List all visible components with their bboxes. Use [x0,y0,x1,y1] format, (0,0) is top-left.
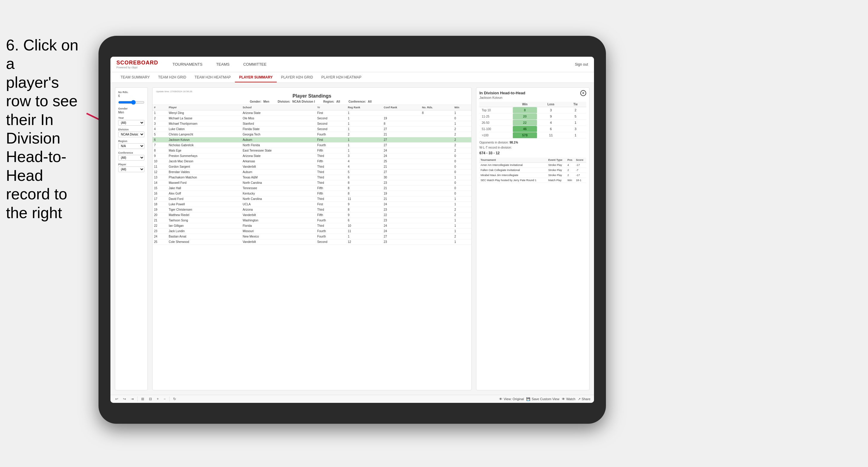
col-conf-rank: Conf Rank [382,105,420,111]
table-row[interactable]: 3 Michael Thorbjornsen Stanford Second 1… [153,121,471,127]
table-row[interactable]: 17 David Ford North Carolina Third 11 21… [153,196,471,202]
row-rds [421,234,453,239]
row-num: 13 [153,175,167,180]
row-rds [421,191,453,196]
row-yr: Third [316,207,346,213]
table-row[interactable]: 22 Ian Gilligan Florida Third 10 24 1 [153,223,471,228]
add-button[interactable]: + [156,396,160,402]
t-name: Fallen Oak Collegiate Invitational [479,168,547,173]
row-conf: 25 [382,159,420,164]
table-row[interactable]: 4 Luke Claton Florida State Second 1 27 … [153,127,471,132]
row-school: East Tennessee State [241,148,316,153]
table-row[interactable]: 8 Mats Ege East Tennessee State Fifth 1 … [153,148,471,153]
watch-button[interactable]: 👁 Watch [562,397,576,401]
division-select[interactable]: NCAA Division I [118,132,145,137]
nav-teams[interactable]: TEAMS [214,61,232,68]
row-win: 1 [453,175,471,180]
tab-player-h2h-grid[interactable]: PLAYER H2H GRID [277,73,317,82]
row-rds [421,180,453,186]
row-player: Bastian Amat [167,234,241,239]
row-school: Texas A&M [241,175,316,180]
table-row[interactable]: 12 Brendan Valdes Auburn Third 5 27 0 [153,169,471,175]
table-row[interactable]: 13 Phachakorn Matchon Texas A&M Third 6 … [153,175,471,180]
tab-player-h2h-heatmap[interactable]: PLAYER H2H HEATMAP [317,73,366,82]
forward-button[interactable]: ⇥ [129,396,135,402]
row-reg: 12 [346,239,382,245]
row-win: 0 [453,169,471,175]
undo-button[interactable]: ↩ [114,396,119,402]
col-player: Player [167,105,241,111]
table-row[interactable]: 5 Christo Lamprecht Georgia Tech Fourth … [153,132,471,137]
row-rds [421,223,453,228]
paste-button[interactable]: ⊟ [148,396,153,402]
row-player: Jackson Koivun [167,137,241,143]
row-school: Arizona [241,207,316,213]
nav-committee[interactable]: COMMITTEE [241,61,269,68]
table-row[interactable]: 24 Bastian Amat New Mexico Fourth 1 27 2 [153,234,471,239]
tab-team-h2h-heatmap[interactable]: TEAM H2H HEATMAP [190,73,235,82]
table-row[interactable]: 6 Jackson Koivun Auburn First 1 27 2 [153,137,471,143]
table-row[interactable]: 15 Jake Hall Tennessee Fifth 8 21 0 [153,186,471,191]
row-num: 23 [153,228,167,234]
share-button[interactable]: ↗ Share [578,397,590,401]
refresh-button[interactable]: ↻ [172,396,177,402]
table-row[interactable]: 11 Gordon Sargent Vanderbilt Third 4 21 … [153,164,471,169]
table-row[interactable]: 25 Cole Sherwood Vanderbilt Second 12 23… [153,239,471,245]
division-label: Division [118,128,145,131]
row-reg: 1 [346,127,382,132]
t-name: SEC Match Play hosted by Jerry Pate Roun… [479,178,547,183]
table-row[interactable]: 7 Nicholas Gabrelcik North Florida Fourt… [153,143,471,148]
player-select[interactable]: (All) [118,166,145,172]
row-reg: 11 [346,196,382,202]
sign-out-button[interactable]: Sign out [575,62,588,66]
h2h-close-button[interactable]: × [580,90,586,96]
standings-title: Player Standings [156,93,468,99]
h2h-col-range [479,102,513,107]
table-row[interactable]: 14 Maxwell Ford North Carolina Third 8 2… [153,180,471,186]
row-num: 22 [153,223,167,228]
minus-button[interactable]: − [162,396,167,402]
nav-tournaments[interactable]: TOURNAMENTS [170,61,205,68]
tab-player-summary[interactable]: PLAYER SUMMARY [235,73,277,82]
tablet-frame: SCOREBOARD Powered by clippi TOURNAMENTS… [98,36,606,424]
tab-team-h2h-grid[interactable]: TEAM H2H GRID [154,73,190,82]
h2h-record: 674 - 33 - 12 [479,151,586,155]
table-row[interactable]: 18 Luke Powell UCLA First 9 24 1 [153,202,471,207]
row-num: 7 [153,143,167,148]
row-yr: First [316,111,346,116]
row-school: Vanderbilt [241,239,316,245]
t-pos: 2 [566,168,575,173]
table-row[interactable]: 23 Jack Lundin Missouri Fourth 11 24 1 [153,228,471,234]
row-school: Washington [241,218,316,223]
row-conf: 24 [382,148,420,153]
table-row[interactable]: 20 Matthew Riedel Vanderbilt Fifth 9 22 … [153,213,471,218]
row-player: Phachakorn Matchon [167,175,241,180]
h2h-loss: 11 [537,132,565,138]
conference-select[interactable]: (All) [118,155,145,160]
table-row[interactable]: 2 Michael La Sasse Ole Miss Second 1 19 … [153,116,471,121]
table-row[interactable]: 16 Alex Goff Kentucky Fifth 8 19 0 [153,191,471,196]
view-original-button[interactable]: 👁 View: Original [499,397,524,401]
table-row[interactable]: 9 Preston Summerhays Arizona State Third… [153,153,471,159]
save-custom-button[interactable]: 💾 Save Custom View [526,397,559,401]
t-score: -7 [575,168,586,173]
redo-button[interactable]: ↪ [122,396,127,402]
row-player: Matthew Riedel [167,213,241,218]
row-school: Florida [241,223,316,228]
table-row[interactable]: 19 Tiger Christensen Arizona Third 8 23 … [153,207,471,213]
row-yr: Fourth [316,132,346,137]
col-win: Win [453,105,471,111]
row-school: North Carolina [241,180,316,186]
region-select[interactable]: N/A [118,143,145,149]
row-yr: Third [316,175,346,180]
year-select[interactable]: (All) [118,120,145,126]
table-row[interactable]: 1 Wenyi Ding Arizona State First 1 8 1 [153,111,471,116]
main-content: No Rds. 6 Gender Men Year (All) Division… [111,83,594,395]
table-row[interactable]: 21 Taehoon Song Washington Fourth 6 23 1 [153,218,471,223]
no-rds-slider[interactable] [118,100,145,105]
table-row[interactable]: 10 Jacob Mac Dieson Arkansas Fifth 4 25 … [153,159,471,164]
row-win: 2 [453,234,471,239]
copy-button[interactable]: ⊞ [140,396,145,402]
tab-team-summary[interactable]: TEAM SUMMARY [116,73,154,82]
row-player: Taehoon Song [167,218,241,223]
